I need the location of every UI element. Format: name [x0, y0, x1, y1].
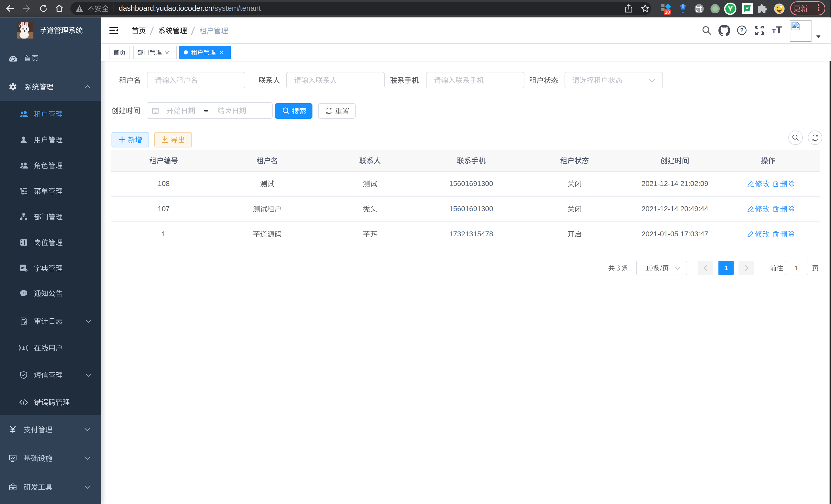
svg-text:10: 10 [665, 10, 670, 15]
svg-text:?: ? [740, 27, 744, 34]
